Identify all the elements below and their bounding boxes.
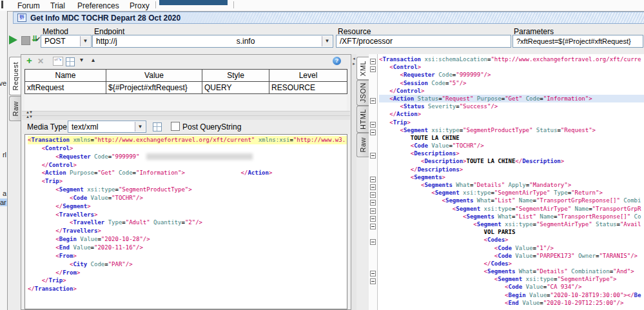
request-xml-editor[interactable]: <Transaction xmlns="http://www.exchangef… [24, 134, 347, 309]
param-value-cell[interactable]: ${#Project#xftRequest} [106, 82, 202, 94]
xml-line[interactable]: <Begin Value="2020-10-28T19:30:00"></Be [379, 291, 644, 299]
xml-line[interactable]: <Transaction xmlns="http://www.exchangef… [28, 136, 347, 144]
menu-proxy[interactable]: Proxy [128, 1, 151, 11]
xml-line[interactable]: <From> [28, 252, 347, 260]
xml-line[interactable]: <Control> [379, 63, 644, 71]
xml-line[interactable]: <Requester Code="999999" [28, 153, 347, 161]
xml-line[interactable]: <Begin Value="2020-10-28"/> [28, 235, 347, 244]
xml-line[interactable]: </Codes> [379, 260, 644, 267]
xml-line[interactable]: <Travellers> [28, 211, 347, 219]
move-down-icon[interactable]: ▾ [80, 56, 83, 63]
xml-line[interactable]: <Code Value="PARPEK173" Owner="TARANIS"/… [379, 252, 644, 260]
param-name-cell[interactable]: xftRequest [25, 82, 106, 94]
xml-line[interactable]: <Code Value="TOCHR"/> [379, 142, 644, 150]
tab-request[interactable]: Request [9, 57, 21, 95]
xml-line[interactable]: <End Value="2020-11-16"/> [28, 244, 347, 252]
request-xml-code[interactable]: <Transaction xmlns="http://www.exchangef… [25, 135, 347, 293]
xml-line[interactable]: </Segment> [28, 202, 347, 211]
media-type-select[interactable]: text/xml ▼ [68, 121, 146, 133]
post-querystring-checkbox[interactable] [171, 122, 180, 131]
collapse-left-icon[interactable]: ◂ [351, 56, 356, 61]
xml-line[interactable]: <Status Severity="Success"/> [379, 102, 644, 110]
fold-collapse-icon[interactable] [370, 184, 376, 190]
fold-collapse-icon[interactable] [370, 153, 376, 159]
delete-param-icon[interactable]: ✕ [37, 56, 44, 66]
xml-line[interactable]: <Segment xsi:type="SegmentAirType" Statu… [379, 220, 644, 228]
fold-collapse-icon[interactable] [370, 278, 376, 284]
xml-line[interactable]: <Code Value="TOCHR"/> [28, 194, 347, 202]
horizontal-splitter[interactable]: ▲▼ [22, 111, 350, 115]
xml-line[interactable]: <City Code="PAR"/> [28, 260, 347, 269]
parameters-input[interactable]: ?xftRequest=${#Project#xftRequest} [512, 35, 643, 48]
xml-line[interactable]: <Requester Code="999999"/> [379, 71, 644, 79]
chevron-down-icon[interactable]: ▼ [135, 122, 145, 131]
fold-collapse-icon[interactable] [370, 66, 376, 72]
panel-splitter[interactable]: ◂ ▸ [351, 54, 356, 310]
xml-line[interactable]: <Segments What="List" Name="TransportGrp… [379, 197, 644, 204]
splitter-arrows-icon[interactable]: ▲▼ [26, 110, 32, 114]
chevron-down-icon[interactable]: ▼ [80, 36, 90, 46]
xml-line[interactable]: <Codes> [379, 236, 644, 244]
xml-line[interactable]: <Segment xsi:type="SegmentAirType" Type=… [379, 189, 644, 197]
fold-collapse-icon[interactable] [370, 177, 376, 182]
tab-xml[interactable]: XML [356, 57, 369, 80]
menu-trial[interactable]: Trial [48, 1, 67, 11]
fold-gutter[interactable] [369, 54, 378, 310]
param-level-cell[interactable]: RESOURCE [269, 82, 347, 94]
xml-line[interactable]: <Transaction xsi:schemaLocation="http://… [379, 55, 644, 63]
xml-line[interactable]: <Segments What="Details" Combination="An… [379, 267, 644, 275]
xml-line[interactable]: <Descriptions> [379, 150, 644, 157]
endpoint-combo[interactable]: http://js.info ▼ [92, 35, 333, 48]
request-window-titlebar[interactable]: REST Get Info MDC TOCHR Depart 28 Oct 20… [13, 12, 644, 24]
collapse-right-icon[interactable]: ▸ [351, 61, 356, 66]
menu-forum[interactable]: Forum [15, 1, 42, 11]
xml-line[interactable]: <Description>TOUTE LA CHINE</Description… [379, 157, 644, 165]
xml-line[interactable]: <Segment xsi:type="SegmentProductType" S… [379, 126, 644, 134]
fold-collapse-icon[interactable] [370, 224, 376, 229]
xml-line[interactable]: <Segments What="Details" Apply="Mandator… [379, 181, 644, 189]
update-params-from-url-icon[interactable]: url↘ [53, 57, 63, 66]
fold-collapse-icon[interactable] [370, 192, 376, 198]
xml-line[interactable]: <Traveller Type="Adult" Quantity="2"/> [28, 218, 347, 227]
xml-line[interactable]: </Control> [28, 161, 347, 170]
xml-line[interactable]: <Action Purpose="Get" Code="Information"… [28, 169, 347, 177]
chevron-down-icon[interactable]: ▼ [322, 36, 332, 46]
media-grid-icon[interactable] [153, 122, 162, 131]
add-param-icon[interactable]: + [26, 55, 32, 66]
horizontal-splitter[interactable]: ▲▼ [22, 115, 350, 120]
xml-line[interactable]: </From> [28, 269, 347, 277]
tab-raw-request[interactable]: Raw [9, 96, 21, 121]
response-xml-editor[interactable]: <Transaction xsi:schemaLocation="http://… [378, 54, 644, 310]
xml-line[interactable]: <Segment xsi:type="SegmentAirType" Name=… [379, 205, 644, 213]
fold-collapse-icon[interactable] [370, 271, 376, 276]
menu-preferences[interactable]: Preferences [75, 1, 121, 11]
cancel-request-button[interactable] [21, 36, 30, 45]
submit-request-button[interactable] [9, 35, 17, 44]
response-xml-code[interactable]: <Transaction xsi:schemaLocation="http://… [378, 54, 644, 307]
xml-line[interactable]: <Segment xsi:type="SegmentAirType"> [379, 275, 644, 283]
tab-json[interactable]: JSON [356, 80, 369, 106]
params-grid-icon[interactable] [66, 57, 75, 66]
fold-collapse-icon[interactable] [370, 200, 376, 206]
col-value[interactable]: Value [106, 70, 202, 82]
method-select[interactable]: POST ▼ [41, 35, 92, 48]
param-style-cell[interactable]: QUERY [202, 82, 269, 94]
param-row[interactable]: xftRequest ${#Project#xftRequest} QUERY … [25, 82, 347, 94]
xml-line[interactable]: <Control> [28, 144, 347, 153]
splitter-arrows-icon[interactable]: ▲▼ [26, 115, 32, 119]
fold-collapse-icon[interactable] [370, 239, 376, 245]
toolbar-search-fragment[interactable] [159, 0, 228, 5]
col-level[interactable]: Level [269, 70, 347, 82]
fold-collapse-icon[interactable] [370, 59, 376, 64]
xml-line[interactable]: VOL PARIS [379, 228, 644, 236]
xml-line[interactable]: <Segments What="List" Name="TransportRes… [379, 213, 644, 220]
col-name[interactable]: Name [25, 70, 106, 82]
fold-collapse-icon[interactable] [370, 98, 376, 104]
tab-html[interactable]: HTML [356, 106, 369, 133]
move-up-icon[interactable]: ▴ [92, 56, 95, 63]
xml-line[interactable]: </Action> [379, 110, 644, 118]
xml-line[interactable]: <Segments> [379, 173, 644, 181]
fold-collapse-icon[interactable] [370, 208, 376, 214]
xml-line[interactable]: </Control> [379, 87, 644, 95]
resource-input[interactable]: /XFT/processor [336, 35, 511, 48]
